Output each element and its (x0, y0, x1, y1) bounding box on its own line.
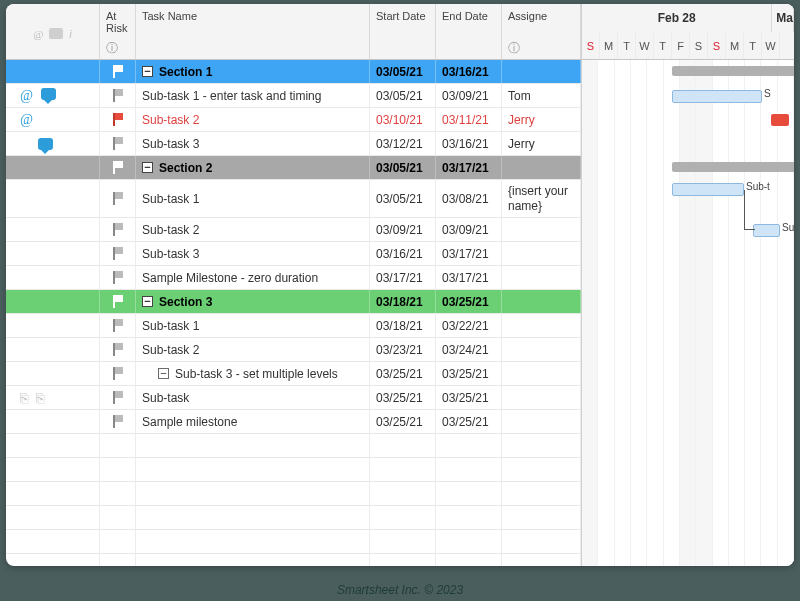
table-row[interactable] (6, 506, 581, 530)
at-risk-cell[interactable] (100, 338, 136, 361)
table-row[interactable]: Sub-task 103/18/2103/22/21 (6, 314, 581, 338)
task-name-cell[interactable]: −Section 3 (136, 290, 370, 313)
end-date-cell[interactable]: 03/17/21 (436, 266, 502, 289)
table-row[interactable]: −Section 103/05/2103/16/21 (6, 60, 581, 84)
assignee-cell[interactable] (502, 266, 581, 289)
table-row[interactable]: @Sub-task 203/10/2103/11/21Jerry (6, 108, 581, 132)
table-row[interactable]: −Section 203/05/2103/17/21 (6, 156, 581, 180)
task-name-cell[interactable]: Sub-task 3 (136, 242, 370, 265)
end-date-cell[interactable]: 03/25/21 (436, 410, 502, 433)
start-date-cell[interactable]: 03/18/21 (370, 290, 436, 313)
end-date-cell[interactable]: 03/17/21 (436, 242, 502, 265)
end-date-cell[interactable]: 03/22/21 (436, 314, 502, 337)
assignee-cell[interactable] (502, 218, 581, 241)
col-task-name[interactable]: Task Name (136, 4, 370, 59)
start-date-cell[interactable]: 03/17/21 (370, 266, 436, 289)
table-row[interactable] (6, 434, 581, 458)
task-name-cell[interactable]: Sub-task 2 (136, 108, 370, 131)
at-risk-cell[interactable] (100, 242, 136, 265)
empty-cell[interactable] (100, 434, 136, 457)
start-date-cell[interactable]: 03/25/21 (370, 410, 436, 433)
empty-cell[interactable] (436, 434, 502, 457)
empty-cell[interactable] (6, 482, 100, 505)
table-row[interactable]: Sub-task 303/12/2103/16/21Jerry (6, 132, 581, 156)
assignee-cell[interactable]: Jerry (502, 132, 581, 155)
gantt-bar[interactable] (672, 90, 762, 103)
empty-cell[interactable] (436, 554, 502, 566)
table-row[interactable]: −Sub-task 3 - set multiple levels03/25/2… (6, 362, 581, 386)
table-row[interactable]: Sample milestone03/25/2103/25/21 (6, 410, 581, 434)
table-row[interactable] (6, 530, 581, 554)
at-risk-cell[interactable] (100, 218, 136, 241)
start-date-cell[interactable]: 03/05/21 (370, 156, 436, 179)
empty-cell[interactable] (100, 530, 136, 553)
col-assignee[interactable]: Assigne ⓘ (502, 4, 581, 59)
table-row[interactable]: Sub-task 203/23/2103/24/21 (6, 338, 581, 362)
start-date-cell[interactable]: 03/10/21 (370, 108, 436, 131)
table-row[interactable] (6, 482, 581, 506)
assignee-cell[interactable] (502, 314, 581, 337)
gantt-bar[interactable] (771, 114, 789, 126)
start-date-cell[interactable]: 03/05/21 (370, 180, 436, 217)
start-date-cell[interactable]: 03/05/21 (370, 60, 436, 83)
assignee-cell[interactable] (502, 156, 581, 179)
end-date-cell[interactable]: 03/11/21 (436, 108, 502, 131)
empty-cell[interactable] (370, 434, 436, 457)
end-date-cell[interactable]: 03/25/21 (436, 386, 502, 409)
empty-cell[interactable] (502, 506, 581, 529)
empty-cell[interactable] (436, 458, 502, 481)
collapse-toggle[interactable]: − (142, 296, 153, 307)
empty-cell[interactable] (136, 554, 370, 566)
collapse-toggle[interactable]: − (142, 66, 153, 77)
task-name-cell[interactable]: Sub-task 2 (136, 218, 370, 241)
table-row[interactable]: Sample Milestone - zero duration03/17/21… (6, 266, 581, 290)
task-name-cell[interactable]: −Sub-task 3 - set multiple levels (136, 362, 370, 385)
task-name-cell[interactable]: Sub-task 1 (136, 180, 370, 217)
empty-cell[interactable] (502, 530, 581, 553)
at-risk-cell[interactable] (100, 108, 136, 131)
end-date-cell[interactable]: 03/08/21 (436, 180, 502, 217)
empty-cell[interactable] (502, 458, 581, 481)
task-name-cell[interactable]: −Section 2 (136, 156, 370, 179)
start-date-cell[interactable]: 03/23/21 (370, 338, 436, 361)
col-end-date[interactable]: End Date (436, 4, 502, 59)
at-risk-cell[interactable] (100, 156, 136, 179)
at-risk-cell[interactable] (100, 132, 136, 155)
table-row[interactable]: −Section 303/18/2103/25/21 (6, 290, 581, 314)
empty-cell[interactable] (370, 506, 436, 529)
empty-cell[interactable] (6, 530, 100, 553)
task-name-cell[interactable]: Sub-task (136, 386, 370, 409)
end-date-cell[interactable]: 03/24/21 (436, 338, 502, 361)
start-date-cell[interactable]: 03/18/21 (370, 314, 436, 337)
empty-cell[interactable] (502, 554, 581, 566)
end-date-cell[interactable]: 03/09/21 (436, 218, 502, 241)
end-date-cell[interactable]: 03/25/21 (436, 362, 502, 385)
empty-cell[interactable] (136, 458, 370, 481)
at-risk-cell[interactable] (100, 60, 136, 83)
end-date-cell[interactable]: 03/17/21 (436, 156, 502, 179)
assignee-cell[interactable]: Tom (502, 84, 581, 107)
assignee-cell[interactable] (502, 242, 581, 265)
task-name-cell[interactable]: Sub-task 1 - enter task and timing (136, 84, 370, 107)
at-risk-cell[interactable] (100, 290, 136, 313)
at-risk-cell[interactable] (100, 386, 136, 409)
empty-cell[interactable] (6, 434, 100, 457)
mention-icon[interactable]: @ (20, 112, 33, 128)
empty-cell[interactable] (370, 482, 436, 505)
table-row[interactable] (6, 554, 581, 566)
empty-cell[interactable] (370, 530, 436, 553)
empty-cell[interactable] (436, 506, 502, 529)
gantt-bar[interactable] (672, 66, 794, 76)
gantt-pane[interactable]: Feb 28Ma SMTWTFSSMTW SSub-tSub (582, 4, 794, 566)
gantt-bar[interactable] (672, 162, 794, 172)
col-start-date[interactable]: Start Date (370, 4, 436, 59)
start-date-cell[interactable]: 03/25/21 (370, 362, 436, 385)
start-date-cell[interactable]: 03/05/21 (370, 84, 436, 107)
empty-cell[interactable] (502, 482, 581, 505)
task-name-cell[interactable]: −Section 1 (136, 60, 370, 83)
start-date-cell[interactable]: 03/25/21 (370, 386, 436, 409)
table-row[interactable]: Sub-task 103/05/2103/08/21{insert your n… (6, 180, 581, 218)
table-row[interactable]: Sub-task 203/09/2103/09/21 (6, 218, 581, 242)
assignee-cell[interactable] (502, 386, 581, 409)
assignee-cell[interactable]: {insert your name} (502, 180, 581, 217)
